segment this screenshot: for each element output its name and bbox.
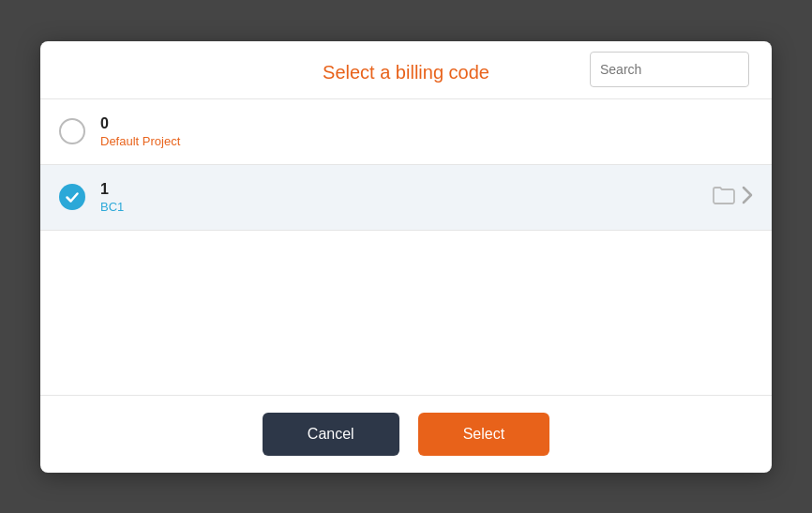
radio-unselected[interactable] — [59, 118, 85, 144]
item-code: 1 — [100, 181, 712, 198]
modal-dialog: Select a billing code 0 Default Project — [40, 41, 772, 473]
item-name: Default Project — [100, 134, 753, 148]
search-box[interactable] — [590, 52, 749, 87]
cancel-button[interactable]: Cancel — [263, 413, 399, 456]
empty-space — [40, 231, 772, 381]
item-actions — [712, 185, 753, 210]
modal-body: 0 Default Project 1 BC1 — [40, 99, 772, 395]
item-info: 0 Default Project — [100, 115, 753, 148]
modal-header: Select a billing code — [40, 41, 772, 99]
radio-selected[interactable] — [59, 184, 85, 210]
overlay: Select a billing code 0 Default Project — [0, 0, 812, 513]
modal-footer: Cancel Select — [40, 395, 772, 473]
list-item[interactable]: 1 BC1 — [40, 165, 772, 231]
checkmark-icon — [65, 189, 80, 204]
select-button[interactable]: Select — [418, 413, 549, 456]
item-name: BC1 — [100, 200, 712, 214]
list-item[interactable]: 0 Default Project — [40, 99, 772, 165]
search-input[interactable] — [591, 53, 749, 86]
folder-icon[interactable] — [712, 185, 736, 210]
item-info: 1 BC1 — [100, 181, 712, 214]
item-code: 0 — [100, 115, 753, 132]
chevron-right-icon[interactable] — [742, 186, 753, 209]
